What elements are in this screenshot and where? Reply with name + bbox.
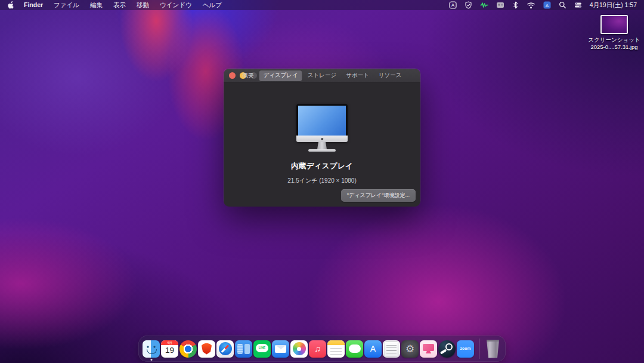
shield-check-icon[interactable]	[465, 1, 472, 9]
svg-text:A: A	[545, 3, 549, 8]
control-center-icon[interactable]	[574, 1, 582, 9]
input-source-icon[interactable]: A	[543, 1, 551, 9]
window-body: 内蔵ディスプレイ 21.5インチ (1920 × 1080) "ディスプレイ"環…	[224, 82, 420, 207]
dock-icon-calendar[interactable]: 4月19	[161, 339, 178, 359]
tab-2[interactable]: ストレージ	[304, 70, 340, 81]
display-name: 内蔵ディスプレイ	[291, 161, 353, 171]
about-this-mac-window: 概要ディスプレイストレージサポートリソース 内蔵ディスプレイ 21.5インチ (…	[224, 69, 420, 206]
imac-display-icon	[296, 104, 348, 152]
dock-icon-messages[interactable]	[346, 339, 363, 359]
window-titlebar[interactable]: 概要ディスプレイストレージサポートリソース	[224, 69, 420, 82]
dock-icon-line[interactable]: LINE	[253, 339, 271, 359]
dock: 4月19LINE♫A⚙zoom	[138, 336, 506, 362]
bluetooth-icon[interactable]	[512, 1, 519, 9]
wifi-icon[interactable]	[527, 2, 535, 9]
menu-bar: Finderファイル編集表示移動ウインドウヘルプ A A	[0, 0, 644, 10]
dock-icon-brave[interactable]	[198, 339, 215, 359]
menu-bar-clock[interactable]: 4月19日(土) 1:57	[590, 1, 637, 10]
svg-text:A: A	[451, 2, 454, 8]
app-menus: Finderファイル編集表示移動ウインドウヘルプ	[18, 0, 227, 10]
dock-icon-syspref[interactable]: ⚙	[401, 339, 419, 359]
menu-item-1[interactable]: ファイル	[48, 1, 85, 8]
dock-icon-safari[interactable]	[216, 339, 234, 359]
apple-logo-icon	[7, 1, 15, 9]
dock-icon-mail[interactable]	[272, 339, 289, 359]
desktop-file-name-line2: 2025-0....57.31.jpg	[587, 44, 642, 51]
dock-icon-photos[interactable]	[290, 339, 308, 359]
close-button[interactable]	[229, 72, 236, 79]
tab-4[interactable]: リソース	[374, 70, 406, 81]
menu-bar-status-area: A A	[449, 1, 644, 10]
desktop-screen: Finderファイル編集表示移動ウインドウヘルプ A A	[0, 0, 644, 363]
dock-icon-displayapp[interactable]	[420, 339, 437, 359]
screenshot-thumbnail-icon	[600, 15, 628, 34]
dock-icon-filemanager[interactable]	[235, 339, 252, 359]
dock-icon-steam[interactable]	[438, 339, 456, 359]
boxed-a-icon[interactable]: A	[449, 1, 457, 9]
menu-item-5[interactable]: ウインドウ	[154, 1, 197, 8]
menu-app-name[interactable]: Finder	[18, 1, 48, 8]
tab-3[interactable]: サポート	[342, 70, 373, 81]
app-badge-icon[interactable]	[496, 1, 504, 9]
desktop-file-screenshot[interactable]: スクリーンショット 2025-0....57.31.jpg	[587, 15, 642, 51]
menu-item-2[interactable]: 編集	[85, 1, 108, 8]
dock-icon-notes[interactable]	[327, 339, 345, 359]
dock-app-icons: 4月19LINE♫A⚙zoom	[142, 339, 475, 359]
trash-icon[interactable]	[485, 340, 500, 358]
display-preferences-button[interactable]: "ディスプレイ"環境設定...	[341, 189, 416, 202]
dock-icon-chrome[interactable]	[179, 339, 197, 359]
apple-menu[interactable]	[6, 1, 18, 9]
dock-icon-finder[interactable]	[143, 339, 160, 359]
dock-icon-appstore[interactable]: A	[364, 339, 382, 359]
display-spec: 21.5インチ (1920 × 1080)	[287, 177, 357, 185]
menu-bar-left: Finderファイル編集表示移動ウインドウヘルプ	[0, 0, 227, 10]
dock-icon-zoomapp[interactable]: zoom	[457, 339, 474, 359]
menu-item-6[interactable]: ヘルプ	[197, 1, 227, 8]
desktop-file-label: スクリーンショット 2025-0....57.31.jpg	[587, 36, 642, 51]
dock-icon-music[interactable]: ♫	[309, 339, 326, 359]
tab-0[interactable]: 概要	[238, 70, 258, 81]
spotlight-icon[interactable]	[559, 1, 566, 9]
waveform-icon[interactable]	[480, 1, 488, 9]
dock-separator	[479, 339, 479, 359]
window-tabs: 概要ディスプレイストレージサポートリソース	[238, 70, 405, 81]
dock-icon-textedit[interactable]	[383, 339, 400, 359]
menu-item-4[interactable]: 移動	[131, 1, 154, 8]
desktop-file-name-line1: スクリーンショット	[587, 36, 642, 44]
tab-1-selected[interactable]: ディスプレイ	[259, 70, 302, 81]
menu-item-3[interactable]: 表示	[108, 1, 131, 8]
